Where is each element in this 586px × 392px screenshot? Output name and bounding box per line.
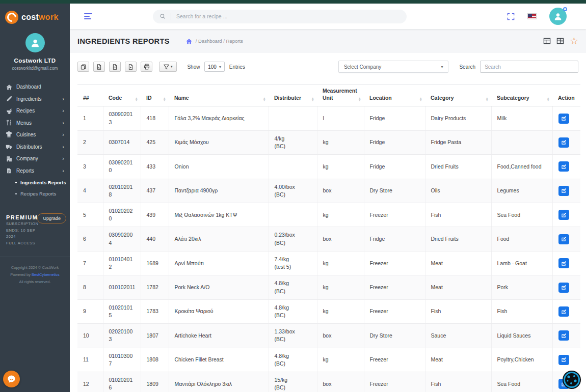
edit-button[interactable] xyxy=(558,161,569,172)
table-row: 3 030902010 433 Onion kg Fridge Dried Fr… xyxy=(77,155,580,179)
app-logo[interactable]: costwork xyxy=(0,0,70,26)
cell-distributer: 0.23/box (BC) xyxy=(269,227,317,251)
sidebar-item[interactable]: Company › xyxy=(0,153,70,165)
upgrade-button[interactable]: Upgrade xyxy=(37,213,66,223)
sidebar-item[interactable]: Dashboard › xyxy=(0,81,70,93)
cell-name: Αρνί Μπούτι xyxy=(169,251,269,275)
menu-toggle-icon[interactable] xyxy=(84,13,93,19)
export-tool-button[interactable] xyxy=(141,62,152,72)
table-search-input[interactable] xyxy=(480,61,578,73)
cell-id: 1809 xyxy=(141,372,169,392)
cell-unit: l xyxy=(317,106,364,130)
fullscreen-icon[interactable] xyxy=(507,13,515,20)
edit-button[interactable] xyxy=(558,283,569,293)
sidebar-item[interactable]: Menus › xyxy=(0,117,70,129)
sidebar-subitem[interactable]: Recipes Reports xyxy=(0,188,70,199)
print-icon xyxy=(144,64,150,70)
cell-distributer: 7.4/kg (test 5) xyxy=(269,251,317,275)
sort-icon[interactable]: ▲▼ xyxy=(547,97,550,101)
cell-subcategory: Liquid Sauces xyxy=(491,324,552,348)
edit-pencil-icon xyxy=(561,116,567,121)
sort-icon[interactable]: ▲▼ xyxy=(263,97,266,101)
table-row: 4 020102018 437 Παντζαρια 4900γρ 4.00/bo… xyxy=(77,179,580,203)
filter-button[interactable]: ▾ xyxy=(159,62,177,72)
table-view-icon[interactable] xyxy=(543,37,551,45)
edit-button[interactable] xyxy=(558,186,569,196)
user-avatar[interactable] xyxy=(549,8,567,25)
export-tool-button[interactable] xyxy=(125,62,137,72)
grid-view-icon[interactable] xyxy=(556,37,564,45)
cell-subcategory: Milk xyxy=(491,106,552,130)
export-tool-button[interactable] xyxy=(77,62,89,72)
cell-unit: kg xyxy=(317,299,364,323)
top-header xyxy=(70,4,586,29)
logo-text: costwork xyxy=(21,13,59,22)
sort-icon[interactable]: ▲▼ xyxy=(486,97,489,101)
home-icon[interactable] xyxy=(186,38,192,44)
accessibility-widget[interactable] xyxy=(562,370,582,390)
edit-button[interactable] xyxy=(558,137,569,148)
column-header[interactable]: Category ▲▼ xyxy=(425,85,491,106)
edit-button[interactable] xyxy=(558,355,569,365)
edit-button[interactable] xyxy=(558,234,569,244)
column-header[interactable]: Measurement Unit ▲▼ xyxy=(317,85,364,106)
edit-button[interactable] xyxy=(558,114,569,124)
global-search[interactable] xyxy=(153,10,407,23)
column-header[interactable]: ID ▲▼ xyxy=(141,85,169,106)
cell-name: Αλάτι 20κιλ xyxy=(169,227,269,251)
favorite-star-icon[interactable]: ☆ xyxy=(570,36,578,46)
sidebar-item[interactable]: Distributors › xyxy=(0,141,70,153)
table-row: 9 010201015 1783 Κροκέτα Ψαριού 4.8/kg (… xyxy=(77,299,580,323)
company-icon xyxy=(6,155,12,162)
chat-button[interactable] xyxy=(3,371,20,387)
cell-name: Μιξ Θαλασσινών 1kg ΚΤΨ xyxy=(169,203,269,227)
sort-icon[interactable]: ▲▼ xyxy=(419,97,422,101)
breadcrumb-item[interactable]: Dashboard xyxy=(198,38,222,44)
column-header[interactable]: Code ▲▼ xyxy=(103,85,141,106)
export-tool-button[interactable] xyxy=(109,62,121,72)
export-tool-button[interactable] xyxy=(93,62,105,72)
column-header[interactable]: ## ▲▼ xyxy=(77,85,103,106)
column-header[interactable]: Subcategory ▲▼ xyxy=(491,85,552,106)
person-icon xyxy=(553,11,563,21)
company-email: costworkltd@gmail.com xyxy=(0,66,70,71)
column-header[interactable]: Distributer ▲▼ xyxy=(269,85,317,106)
table-row: 10 020201003 1807 Artichoke Heart 1.33/b… xyxy=(77,324,580,348)
company-select[interactable]: Select Company ▾ xyxy=(338,61,449,73)
sort-icon[interactable]: ▲▼ xyxy=(135,97,138,101)
bestcybernetics-link[interactable]: BestCybernetics xyxy=(32,272,60,277)
edit-button[interactable] xyxy=(558,258,569,268)
entries-select[interactable]: 100 ▾ xyxy=(204,62,224,72)
column-header[interactable]: Location ▲▼ xyxy=(364,85,425,106)
sidebar-avatar[interactable] xyxy=(25,33,45,52)
bullet-icon xyxy=(15,193,17,194)
breadcrumb-item[interactable]: Reports xyxy=(226,38,243,44)
edit-button[interactable] xyxy=(558,306,569,317)
column-header[interactable]: Name ▲▼ xyxy=(169,85,269,106)
sidebar-item[interactable]: Ingredients › xyxy=(0,93,70,105)
sidebar-subitem[interactable]: Ingredients Reports xyxy=(0,177,70,188)
edit-button[interactable] xyxy=(558,330,569,341)
sort-icon[interactable]: ▲▼ xyxy=(163,97,166,101)
notification-badge xyxy=(563,7,567,11)
cell-category: Meat xyxy=(425,275,491,299)
powered-by-text: Powered by BestCybernetics xyxy=(0,271,70,278)
cell-name: Onion xyxy=(169,155,269,179)
cell-number: 4 xyxy=(77,179,103,203)
cell-number: 9 xyxy=(77,299,103,323)
cell-id: 439 xyxy=(141,203,169,227)
sidebar-item[interactable]: Recipes › xyxy=(0,105,70,117)
cell-unit: box xyxy=(317,179,364,203)
page-title-row: INGREDIENTS REPORTS / Dashboard / Report… xyxy=(70,29,586,53)
edit-button[interactable] xyxy=(558,210,569,220)
sidebar-item[interactable]: Cuisines › xyxy=(0,129,70,141)
column-header[interactable]: Action ▲▼ xyxy=(552,85,580,106)
edit-pencil-icon xyxy=(561,285,567,290)
cell-location: Freezer xyxy=(364,203,425,227)
filter-funnel-icon xyxy=(164,64,169,70)
sort-icon[interactable]: ▲▼ xyxy=(358,97,361,101)
language-flag-icon[interactable] xyxy=(527,13,537,19)
sort-icon[interactable]: ▲▼ xyxy=(311,97,314,101)
recipe-search-input[interactable] xyxy=(176,13,400,19)
sidebar-item[interactable]: Reports › xyxy=(0,165,70,177)
